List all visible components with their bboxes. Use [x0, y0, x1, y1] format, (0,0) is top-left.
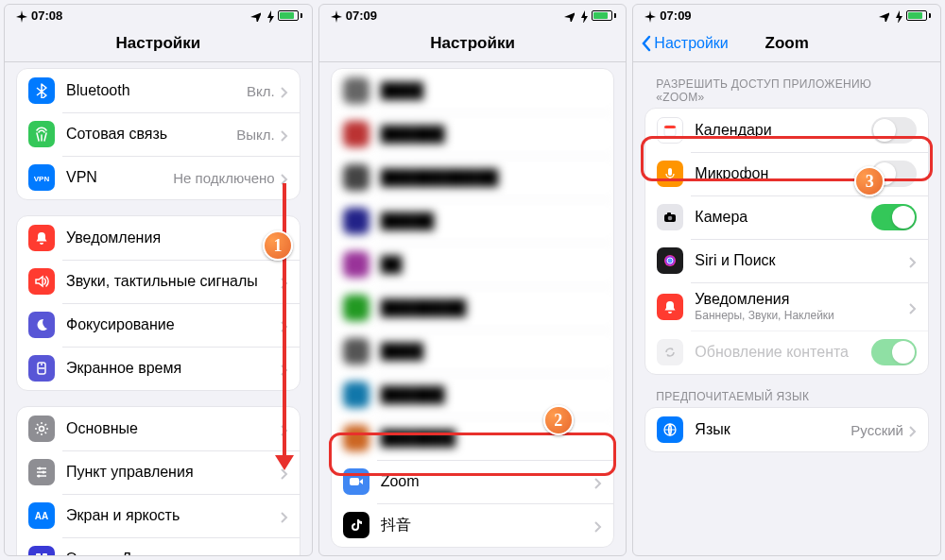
bell-icon: [28, 225, 55, 251]
airplane-icon: [329, 9, 342, 23]
group-notifications: Уведомления Звуки, тактильные сигналы Фо…: [16, 215, 301, 391]
blurred-app-row: ██████: [332, 112, 614, 156]
row-general[interactable]: Основные: [17, 407, 300, 450]
grid-icon: [28, 546, 55, 555]
blurred-app-row: █████: [332, 199, 614, 243]
nav-back-button[interactable]: Настройки: [641, 35, 728, 52]
row-display[interactable]: Экран и яркость: [17, 494, 300, 537]
row-vpn[interactable]: VPN Не подключено: [17, 156, 300, 199]
airplane-icon: [643, 9, 656, 23]
row-sounds[interactable]: Звуки, тактильные сигналы: [17, 260, 300, 303]
bluetooth-icon: [28, 77, 55, 104]
aa-icon: [28, 502, 55, 529]
blurred-app-row: ███████████: [332, 156, 614, 199]
location-icon: [249, 10, 261, 22]
blurred-app-row: ████: [332, 69, 614, 112]
row-calendars[interactable]: Календари: [645, 109, 928, 152]
battery-icon: [592, 10, 616, 21]
calendar-icon: [657, 117, 683, 144]
row-douyin[interactable]: 抖音: [332, 503, 614, 547]
chevron-left-icon: [641, 35, 652, 52]
section-allow-access: РАЗРЕШИТЬ ДОСТУП ПРИЛОЖЕНИЮ «ZOOM»: [656, 77, 918, 104]
nav-title: Zoom: [765, 34, 809, 53]
camera-icon: [657, 204, 683, 230]
toggle-camera[interactable]: [871, 204, 917, 230]
group-permissions: Календари Микрофон Камера Siri и Поиск: [644, 108, 929, 375]
row-control-center[interactable]: Пункт управления: [17, 450, 300, 494]
group-language: Язык Русский: [644, 407, 929, 452]
speaker-icon: [28, 268, 55, 295]
chevron-icon: [281, 128, 288, 140]
chevron-icon: [594, 476, 602, 487]
globe-icon: [657, 416, 683, 443]
chevron-icon: [909, 424, 917, 435]
chevron-icon: [909, 255, 917, 266]
nav-title: Настройки: [430, 34, 515, 53]
vpn-icon: [28, 164, 55, 191]
row-zoom[interactable]: Zoom: [332, 460, 614, 503]
status-time: 07:08: [31, 8, 62, 23]
row-language[interactable]: Язык Русский: [645, 408, 928, 451]
status-bar: 07:08: [5, 5, 312, 25]
section-preferred-language: ПРЕДПОЧИТАЕМЫЙ ЯЗЫК: [656, 390, 918, 403]
chevron-icon: [909, 301, 917, 313]
status-bar: 07:09: [319, 5, 627, 25]
row-notifications[interactable]: Уведомления: [17, 216, 300, 260]
refresh-icon: [657, 339, 683, 365]
group-apps-blurred: ████ ██████ ███████████ █████ ██ ███████…: [331, 68, 615, 548]
row-app-notifications[interactable]: Уведомления Баннеры, Звуки, Наклейки: [645, 282, 928, 331]
airplane-icon: [14, 9, 27, 23]
tiktok-icon: [343, 512, 369, 538]
zoom-permissions[interactable]: РАЗРЕШИТЬ ДОСТУП ПРИЛОЖЕНИЮ «ZOOM» Кален…: [633, 62, 940, 555]
row-cellular[interactable]: Сотовая связь Выкл.: [17, 112, 300, 156]
app-list[interactable]: ████ ██████ ███████████ █████ ██ ███████…: [319, 62, 627, 555]
screen-1-settings: 07:08 Настройки Bluetooth Вкл. Сотовая с…: [4, 4, 313, 556]
screen-2-app-list: 07:09 Настройки ████ ██████ ███████████ …: [318, 4, 627, 556]
row-camera[interactable]: Камера: [645, 195, 928, 239]
nav-title: Настройки: [115, 34, 200, 53]
moon-icon: [28, 312, 55, 338]
group-connectivity: Bluetooth Вкл. Сотовая связь Выкл. VPN Н…: [16, 68, 301, 200]
group-general: Основные Пункт управления Экран и яркост…: [16, 406, 301, 555]
blurred-app-row: ████████: [332, 286, 614, 330]
location-icon: [563, 10, 575, 22]
status-time: 07:09: [346, 8, 377, 23]
row-home-screen[interactable]: Экран «Дом»: [17, 537, 300, 555]
battery-icon: [906, 10, 931, 21]
toggle-background-refresh[interactable]: [871, 339, 917, 365]
status-time: 07:09: [660, 8, 691, 23]
siri-icon: [657, 247, 683, 274]
chevron-icon: [281, 510, 288, 521]
zoom-icon: [343, 468, 369, 495]
chevron-icon: [281, 85, 288, 96]
chevron-icon: [594, 519, 602, 531]
screen-3-zoom-settings: 07:09 Настройки Zoom РАЗРЕШИТЬ ДОСТУП ПР…: [632, 4, 941, 556]
row-screentime[interactable]: Экранное время: [17, 347, 300, 390]
bell-icon: [657, 294, 683, 320]
blurred-app-row: ██████: [332, 373, 614, 416]
sliders-icon: [28, 459, 55, 485]
gear-icon: [28, 416, 55, 442]
nav-bar: Настройки: [319, 25, 627, 62]
toggle-calendars[interactable]: [871, 117, 917, 144]
hourglass-icon: [28, 355, 55, 382]
row-focus[interactable]: Фокусирование: [17, 303, 300, 347]
row-background-refresh[interactable]: Обновление контента: [645, 331, 928, 374]
row-bluetooth[interactable]: Bluetooth Вкл.: [17, 69, 300, 112]
blurred-app-row: ██: [332, 243, 614, 286]
chevron-icon: [281, 172, 288, 183]
location-icon: [878, 10, 889, 22]
charging-icon: [265, 9, 274, 23]
row-siri[interactable]: Siri и Поиск: [645, 239, 928, 282]
step-badge-2: 2: [543, 405, 574, 435]
battery-icon: [278, 10, 302, 21]
chevron-icon: [281, 553, 288, 555]
nav-bar: Настройки Zoom: [633, 25, 940, 62]
step-badge-1: 1: [263, 230, 293, 261]
blurred-app-row: ████: [332, 330, 614, 373]
row-microphone[interactable]: Микрофон: [645, 152, 928, 195]
charging-icon: [578, 9, 588, 23]
settings-list[interactable]: Bluetooth Вкл. Сотовая связь Выкл. VPN Н…: [5, 62, 312, 555]
charging-icon: [893, 9, 902, 23]
nav-bar: Настройки: [5, 25, 312, 62]
